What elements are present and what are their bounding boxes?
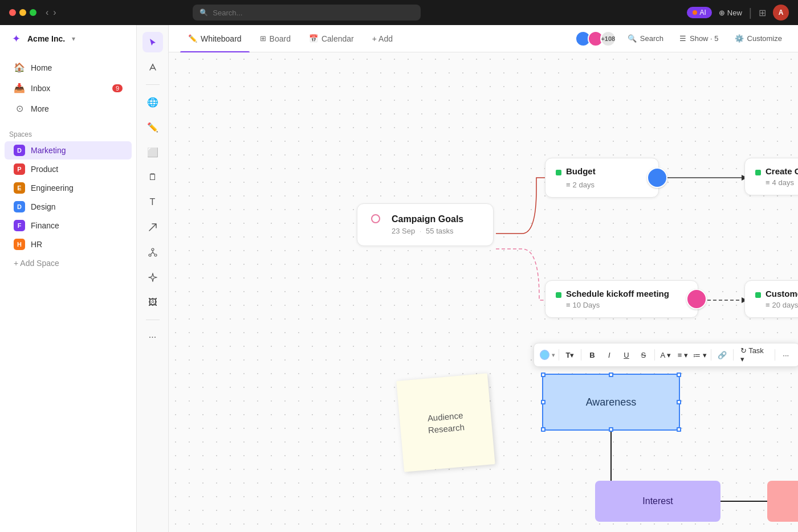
tab-whiteboard[interactable]: ✏️ Whiteboard: [180, 30, 250, 48]
handle-mr[interactable]: [677, 400, 681, 404]
grid-button[interactable]: ⊞: [759, 7, 766, 18]
sidebar-item-design[interactable]: D Design: [5, 198, 132, 216]
board-tab-icon: ⊞: [260, 34, 266, 43]
new-button[interactable]: ⊕ New: [719, 9, 742, 17]
handle-bm[interactable]: [609, 427, 613, 432]
create-campaign-meta: ≡ 4 days: [766, 178, 798, 187]
forward-button[interactable]: ›: [53, 7, 56, 18]
interest-box[interactable]: Interest: [595, 481, 720, 522]
swatch-dropdown-icon[interactable]: ▾: [552, 351, 555, 359]
image-tool[interactable]: 🖼: [142, 292, 163, 313]
shape-tool[interactable]: ⬜: [142, 142, 163, 162]
list-button[interactable]: ≔ ▾: [693, 347, 707, 363]
more-tools-button[interactable]: ···: [142, 327, 163, 347]
globe-tool[interactable]: 🌐: [142, 92, 163, 112]
schedule-assignee-avatar: [686, 289, 707, 309]
avatar-overflow: +108: [600, 31, 616, 47]
link-button[interactable]: 🔗: [715, 347, 730, 363]
minimize-dot[interactable]: [19, 9, 26, 16]
campaign-goals-tasks: 55 tasks: [426, 227, 453, 235]
maximize-dot[interactable]: [30, 9, 36, 16]
global-search-bar[interactable]: 🔍: [193, 5, 421, 21]
bold-button[interactable]: B: [585, 347, 600, 363]
sidebar-item-more-label: More: [31, 104, 49, 113]
handle-bl[interactable]: [541, 427, 545, 432]
search-action[interactable]: 🔍 Search: [623, 32, 668, 45]
add-tab-button[interactable]: + Add: [364, 30, 401, 48]
global-search-input[interactable]: [213, 9, 414, 17]
sidebar-item-engineering[interactable]: E Engineering: [5, 179, 132, 197]
tab-board[interactable]: ⊞ Board: [252, 30, 299, 48]
campaign-goals-title: Campaign Goals: [392, 214, 463, 224]
whiteboard-canvas[interactable]: Campaign Goals 23 Sep · 55 tasks Budget: [169, 52, 798, 532]
handle-tl[interactable]: [541, 373, 545, 377]
sidebar-item-marketing[interactable]: D Marketing: [5, 141, 132, 159]
customize-action-label: Customize: [747, 34, 782, 43]
sidebar-item-more[interactable]: ⊙ More: [5, 99, 132, 118]
strikethrough-button[interactable]: S: [636, 347, 651, 363]
budget-card[interactable]: Budget ≡ 2 days: [545, 158, 659, 198]
sidebar-item-product[interactable]: P Product: [5, 160, 132, 178]
tab-calendar[interactable]: 📅 Calendar: [301, 30, 362, 48]
toolbar-sep-1: [559, 349, 559, 361]
customer-beta-card[interactable]: Customer Beta ≡ 20 days: [744, 280, 798, 318]
main-layout: ✦ Acme Inc. ▾ 🏠 Home 📥 Inbox 9 ⊙ More Sp…: [0, 25, 798, 532]
diagram-tool[interactable]: [142, 242, 163, 263]
space-name-marketing: Marketing: [31, 146, 66, 155]
sidebar: ✦ Acme Inc. ▾ 🏠 Home 📥 Inbox 9 ⊙ More Sp…: [0, 25, 137, 532]
inbox-badge: 9: [112, 84, 123, 92]
sidebar-item-home[interactable]: 🏠 Home: [5, 58, 132, 77]
task-button[interactable]: ↻ Task ▾: [737, 347, 771, 363]
close-dot[interactable]: [9, 9, 16, 16]
add-space-button[interactable]: + Add Space: [5, 255, 132, 271]
sidebar-item-inbox[interactable]: 📥 Inbox 9: [5, 78, 132, 98]
space-name-engineering: Engineering: [31, 183, 74, 193]
color-picker-swatch[interactable]: [540, 350, 549, 360]
campaign-goals-card[interactable]: Campaign Goals 23 Sep · 55 tasks: [357, 203, 494, 246]
decision-box[interactable]: Decision: [767, 481, 798, 522]
font-size-button[interactable]: A ▾: [658, 347, 673, 363]
italic-button[interactable]: I: [602, 347, 617, 363]
handle-ml[interactable]: [541, 400, 545, 404]
create-campaign-card-row: Create Campaign: [755, 166, 798, 178]
sidebar-item-inbox-label: Inbox: [31, 84, 50, 93]
handle-br[interactable]: [677, 427, 681, 432]
text-style-button[interactable]: T ▾: [563, 347, 577, 363]
handle-tm[interactable]: [609, 373, 613, 377]
company-name: Acme Inc.: [27, 34, 65, 43]
show-action[interactable]: ☰ Show · 5: [675, 32, 723, 45]
ai-tools-button[interactable]: [142, 57, 163, 77]
board-tab-label: Board: [270, 34, 291, 43]
audience-research-sticky[interactable]: Audience Research: [396, 373, 495, 472]
customer-duration: 20 days: [772, 301, 798, 309]
customize-action[interactable]: ⚙️ Customize: [730, 32, 787, 45]
create-campaign-card[interactable]: Create Campaign ≡ 4 days: [744, 158, 798, 195]
sticky-note-tool[interactable]: 🗒: [142, 167, 163, 187]
user-avatar[interactable]: A: [773, 5, 789, 21]
svg-point-1: [149, 254, 151, 256]
align-button[interactable]: ≡ ▾: [675, 347, 690, 363]
awareness-box[interactable]: Awareness: [542, 374, 680, 431]
space-icon-engineering: E: [14, 182, 25, 194]
awareness-label: Awareness: [586, 396, 637, 408]
more-format-button[interactable]: ···: [779, 347, 793, 363]
sparkle-tool[interactable]: [142, 267, 163, 288]
ai-button[interactable]: AI: [687, 7, 711, 18]
pen-tool[interactable]: ✏️: [142, 117, 163, 137]
home-icon: 🏠: [14, 62, 25, 73]
budget-duration: 2 days: [573, 181, 595, 189]
sidebar-item-hr[interactable]: H HR: [5, 235, 132, 253]
company-header[interactable]: ✦ Acme Inc. ▾: [0, 25, 136, 52]
handle-tr[interactable]: [677, 373, 681, 377]
sidebar-item-finance[interactable]: F Finance: [5, 216, 132, 235]
underline-button[interactable]: U: [619, 347, 634, 363]
schedule-kickoff-card[interactable]: Schedule kickoff meeting ≡ 10 Days: [545, 280, 698, 318]
inbox-icon: 📥: [14, 83, 25, 93]
toolbar-sep-2: [581, 349, 581, 361]
space-icon-product: P: [14, 163, 25, 175]
back-button[interactable]: ‹: [46, 7, 48, 18]
text-tool[interactable]: T: [142, 192, 163, 212]
arrow-tool[interactable]: [142, 217, 163, 238]
cursor-tool[interactable]: [142, 32, 163, 52]
company-logo: ✦: [9, 32, 23, 46]
